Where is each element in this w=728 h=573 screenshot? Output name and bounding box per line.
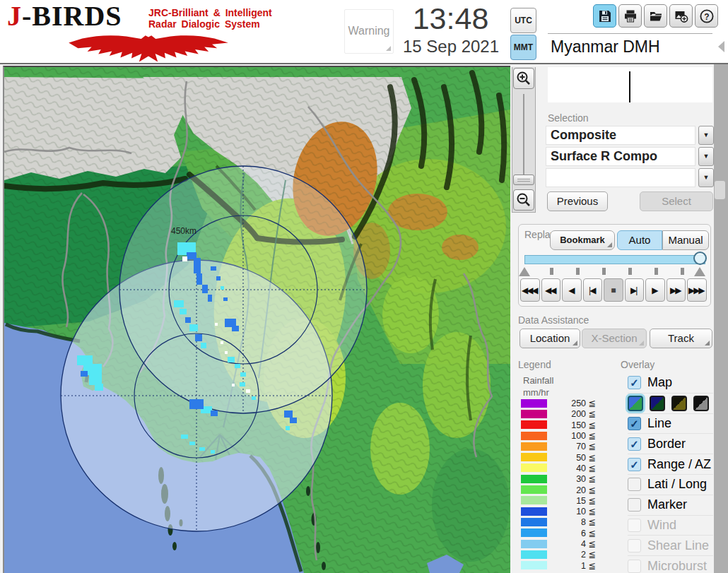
legend-color-chip	[521, 561, 547, 569]
add-image-button[interactable]	[669, 4, 693, 28]
fast-rewind-button[interactable]: ◀◀◀	[520, 278, 540, 302]
legend-row: 50 ≦	[521, 451, 596, 462]
timezone-utc-button[interactable]: UTC	[510, 8, 536, 33]
legend-color-chip	[521, 442, 547, 451]
overlay-item-marker[interactable]: Marker	[628, 495, 713, 515]
manual-mode-button[interactable]: Manual	[662, 230, 709, 250]
product-type-dropdown[interactable]: Composite ▼	[546, 126, 714, 145]
overlay-section-label: Overlay	[621, 359, 654, 370]
checkbox-border-icon[interactable]: ✓	[628, 437, 641, 451]
select-button[interactable]: Select	[640, 191, 713, 211]
checkbox-marker-icon[interactable]	[628, 498, 641, 512]
legend-row: 10 ≦	[521, 506, 596, 516]
legend-color-chip	[521, 432, 547, 440]
submenu-corner-icon	[705, 341, 710, 345]
timezone-mmt-button[interactable]: MMT	[510, 35, 536, 60]
auto-mode-button[interactable]: Auto	[617, 230, 662, 250]
legend-row: 1 ≦	[521, 560, 596, 570]
replay-slider-handle[interactable]	[693, 252, 707, 265]
step-forward-button[interactable]: ▶|	[625, 278, 645, 302]
zoom-out-icon	[516, 192, 532, 208]
legend-row: 150 ≦	[521, 420, 596, 430]
checkbox-line-icon[interactable]: ✓	[628, 417, 641, 430]
chevron-down-icon[interactable]: ▼	[698, 168, 714, 187]
rewind-button[interactable]: ◀◀	[541, 278, 561, 302]
replay-slider-track[interactable]	[524, 255, 705, 264]
legend-color-chip	[521, 410, 547, 418]
play-reverse-button[interactable]: ◀	[562, 278, 582, 302]
legend-row: 15 ≦	[521, 495, 596, 506]
slider-tick	[550, 268, 553, 275]
overlay-item-wind: Wind	[628, 515, 713, 536]
header-bar: J-BIRDS JRC-Brilliant & Intelligent Rada…	[0, 0, 728, 64]
x-section-button[interactable]: X-Section	[582, 329, 647, 348]
map-style-grey-swatch[interactable]	[693, 396, 709, 411]
step-back-button[interactable]: |◀	[583, 278, 603, 302]
help-button[interactable]: ?	[695, 4, 718, 28]
map-style-swatches	[628, 393, 713, 413]
window-edge-scrollbar[interactable]	[714, 64, 728, 573]
checkbox-range-az-icon[interactable]: ✓	[628, 458, 641, 471]
save-icon	[598, 9, 612, 23]
submenu-corner-icon	[639, 341, 644, 345]
legend-color-chip	[521, 475, 547, 483]
legend-row: 8 ≦	[521, 516, 596, 527]
previous-button[interactable]: Previous	[547, 191, 608, 211]
bookmark-button[interactable]: Bookmark	[550, 230, 615, 250]
product-name-dropdown[interactable]: Surface R Compo ▼	[546, 147, 714, 166]
overlay-item-line[interactable]: ✓ Line	[628, 413, 713, 434]
playback-controls: ◀◀◀ ◀◀ ◀ |◀ ■ ▶| ▶ ▶▶ ▶▶▶	[520, 278, 707, 302]
overlay-item-lati-long[interactable]: Lati / Long	[628, 474, 713, 495]
product-option-dropdown[interactable]: ▼	[546, 168, 714, 187]
radar-map-viewport[interactable]: 450km	[3, 66, 510, 573]
chevron-down-icon[interactable]: ▼	[698, 147, 714, 166]
overlay-item-border[interactable]: ✓ Border	[628, 433, 713, 454]
chevron-down-icon[interactable]: ▼	[698, 126, 714, 145]
map-style-olive-swatch[interactable]	[671, 396, 687, 411]
forward-button[interactable]: ▶▶	[667, 278, 686, 302]
save-button[interactable]	[593, 4, 616, 28]
play-button[interactable]: ▶	[645, 278, 665, 302]
legend-title-line1: Rainfall	[523, 375, 553, 386]
logo-tagline: JRC-Brilliant & Intelligent Radar Dialog…	[148, 7, 272, 30]
open-file-button[interactable]	[644, 4, 667, 28]
legend-row: 6 ≦	[521, 528, 596, 538]
clock-time: 13:48	[396, 1, 505, 36]
zoom-in-button[interactable]	[513, 68, 534, 89]
print-button[interactable]	[618, 4, 642, 28]
legend-color-chip	[521, 540, 547, 548]
product-type-value: Composite	[546, 126, 695, 145]
replay-range-start-marker[interactable]	[519, 267, 530, 276]
location-button[interactable]: Location	[519, 329, 580, 348]
product-name-value: Surface R Compo	[546, 147, 695, 166]
checkbox-microburst-icon	[628, 560, 641, 573]
zoom-out-button[interactable]	[513, 189, 534, 211]
legend-row: 200 ≦	[521, 408, 596, 419]
overlay-options: ✓ Map ✓ Line ✓ Border ✓ Range / AZ	[628, 372, 713, 573]
stop-button[interactable]: ■	[604, 278, 623, 302]
checkbox-map-icon[interactable]: ✓	[628, 376, 641, 389]
legend-color-chip	[521, 485, 547, 494]
zoom-slider-handle[interactable]	[513, 175, 534, 185]
scrollbar-thumb[interactable]	[715, 181, 725, 199]
track-button[interactable]: Track	[650, 329, 712, 348]
checkbox-lati-long-icon[interactable]	[628, 478, 641, 491]
help-icon: ?	[699, 8, 715, 24]
range-ring-label: 450km	[171, 226, 196, 236]
control-panel: Selection Composite ▼ Surface R Compo ▼ …	[536, 66, 714, 573]
overlay-item-microburst: Microburst	[628, 555, 713, 573]
map-style-dark-swatch[interactable]	[650, 396, 665, 411]
warning-button[interactable]: Warning	[344, 9, 394, 54]
product-option-value	[546, 168, 695, 187]
legend-title-line2: mm/hr	[523, 387, 549, 398]
print-icon	[623, 9, 638, 23]
overlay-item-range-az[interactable]: ✓ Range / AZ	[628, 454, 713, 474]
overlay-item-map[interactable]: ✓ Map	[628, 372, 713, 393]
legend-color-chip	[521, 399, 547, 408]
jbirds-application-window: J-BIRDS JRC-Brilliant & Intelligent Rada…	[0, 0, 728, 573]
map-style-terrain-swatch[interactable]	[628, 396, 643, 411]
zoom-slider-track[interactable]	[523, 94, 524, 184]
fast-forward-button[interactable]: ▶▶▶	[687, 278, 707, 302]
replay-range-end-marker[interactable]	[694, 267, 705, 276]
panel-collapse-arrow-icon[interactable]	[718, 41, 724, 52]
